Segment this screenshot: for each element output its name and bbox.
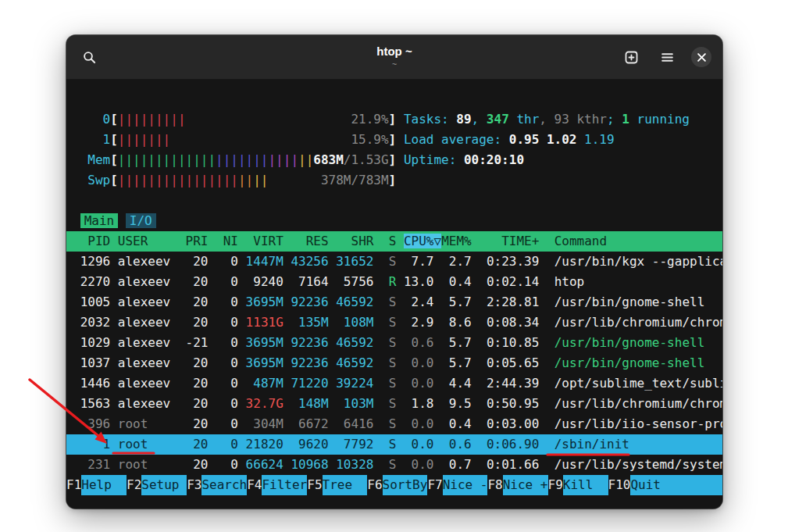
meter-line: Swp[|||||||||||||||||||| 378M/783M] xyxy=(66,170,722,191)
fkey-search[interactable]: F3Search xyxy=(187,475,247,495)
close-icon xyxy=(697,53,706,62)
process-row-1446[interactable]: 1446 alexeev 20 0 487M 71220 39224 S 0.0… xyxy=(66,373,722,394)
new-tab-icon xyxy=(625,51,638,64)
close-button[interactable] xyxy=(691,47,711,67)
sort-column-header: CPU%▽ xyxy=(404,234,441,248)
process-row-1029[interactable]: 1029 alexeev -21 0 3695M 92236 46592 S 0… xyxy=(66,333,722,353)
fkey-setup[interactable]: F2Setup xyxy=(127,475,187,495)
meter-line: 0[||||||||| 21.9%] Tasks: 89, 347 thr, 9… xyxy=(66,109,722,130)
process-row-2270[interactable]: 2270 alexeev 20 0 9240 7164 5756 R 13.0 … xyxy=(66,272,722,292)
tab-i-o[interactable]: I/O xyxy=(126,213,156,228)
window-subtitle: ~ xyxy=(392,59,397,69)
function-key-bar: F1Help F2Setup F3SearchF4FilterF5Tree F6… xyxy=(66,475,722,495)
table-header[interactable]: PID USER PRI NI VIRT RES SHR S CPU%▽MEM%… xyxy=(66,231,722,252)
meters: 0[||||||||| 21.9%] Tasks: 89, 347 thr, 9… xyxy=(66,109,722,191)
process-row-1563[interactable]: 1563 alexeev 20 0 32.7G 148M 103M S 1.8 … xyxy=(66,394,722,414)
fkey-filter[interactable]: F4Filter xyxy=(247,475,307,495)
process-row-1[interactable]: 1 root 20 0 21820 9620 7792 S 0.0 0.6 0:… xyxy=(66,434,722,455)
process-row-1005[interactable]: 1005 alexeev 20 0 3695M 92236 46592 S 2.… xyxy=(66,292,722,312)
screenshot-stage: htop ~ ~ xyxy=(0,0,788,532)
titlebar-left xyxy=(77,45,101,69)
process-row-1296[interactable]: 1296 alexeev 20 0 1447M 43256 31652 S 7.… xyxy=(66,252,722,272)
fkey-nice-[interactable]: F7Nice - xyxy=(427,475,487,495)
search-icon[interactable] xyxy=(77,45,101,69)
fkey-quit[interactable]: F10Quit xyxy=(608,475,722,495)
window-title: htop ~ xyxy=(376,45,412,58)
titlebar-right xyxy=(619,45,711,69)
fkey-tree[interactable]: F5Tree xyxy=(307,475,367,495)
hamburger-icon xyxy=(661,51,674,64)
process-row-396[interactable]: 396 root 20 0 304M 6672 6416 S 0.0 0.4 0… xyxy=(66,414,722,434)
blank-line xyxy=(66,191,722,211)
meter-line: 1[||||||| 15.9%] Load average: 0.95 1.02… xyxy=(66,130,722,150)
process-row-1037[interactable]: 1037 alexeev 20 0 3695M 92236 46592 S 0.… xyxy=(66,353,722,373)
meter-line: Mem[||||||||||||||||||||||||||683M/1.53G… xyxy=(66,150,722,170)
tab-main[interactable]: Main xyxy=(80,213,119,228)
process-row-231[interactable]: 231 root 20 0 66624 10968 10328 S 0.0 0.… xyxy=(66,455,722,475)
fkey-sortby[interactable]: F6SortBy xyxy=(367,475,427,495)
search-icon-glyph xyxy=(83,51,96,64)
fkey-nice-[interactable]: F8Nice + xyxy=(487,475,547,495)
new-tab-button[interactable] xyxy=(619,45,643,69)
terminal: 0[||||||||| 21.9%] Tasks: 89, 347 thr, 9… xyxy=(66,80,722,509)
fkey-help[interactable]: F1Help xyxy=(66,475,127,495)
process-table-body: 1296 alexeev 20 0 1447M 43256 31652 S 7.… xyxy=(66,252,722,475)
fkey-kill[interactable]: F9Kill xyxy=(548,475,608,495)
tab-bar: Main I/O xyxy=(66,211,722,231)
gnome-console-window: htop ~ ~ xyxy=(66,35,722,509)
process-row-2032[interactable]: 2032 alexeev 20 0 1131G 135M 108M S 2.9 … xyxy=(66,312,722,333)
titlebar: htop ~ ~ xyxy=(66,35,722,80)
menu-button[interactable] xyxy=(655,45,679,69)
